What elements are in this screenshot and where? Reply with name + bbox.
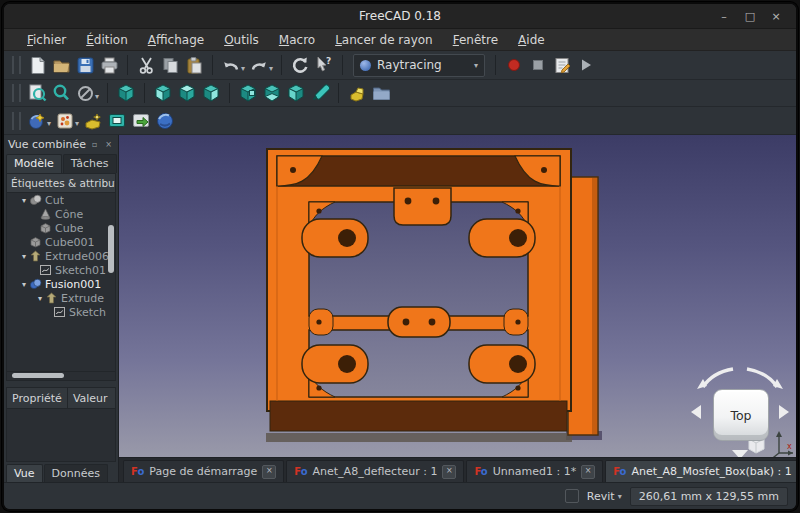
povray-project-icon[interactable]: [25, 109, 49, 133]
view-right-icon[interactable]: [199, 81, 223, 105]
rotate-left-icon[interactable]: [691, 405, 701, 419]
doc-tab-start-page[interactable]: Fo Page de démarrage ×: [123, 460, 284, 482]
tab-close-icon[interactable]: ×: [442, 465, 456, 479]
menu-raytracing[interactable]: Lancer de rayon: [326, 32, 442, 48]
measure-distance-icon[interactable]: [308, 81, 332, 105]
tab-close-icon[interactable]: ×: [581, 465, 595, 479]
draw-style-icon[interactable]: [73, 81, 97, 105]
dock-float-icon[interactable]: ▫: [90, 140, 99, 149]
tree-item-cone[interactable]: Cône: [7, 207, 115, 221]
cad-model-mosfet-box[interactable]: [266, 147, 606, 447]
new-document-icon[interactable]: [25, 53, 49, 77]
maximize-button[interactable]: □: [740, 10, 760, 23]
menu-aide[interactable]: Aide: [509, 32, 554, 48]
group-folder-icon[interactable]: [369, 81, 393, 105]
scrollbar-thumb[interactable]: [12, 373, 64, 378]
combo-view-title-bar[interactable]: Vue combinée ▫ ×: [4, 135, 118, 154]
luxrender-project-caret[interactable]: ▾: [75, 119, 79, 128]
tab-close-icon[interactable]: ×: [262, 465, 276, 479]
povray-project-caret[interactable]: ▾: [47, 119, 51, 128]
expander-icon[interactable]: ▾: [35, 294, 45, 303]
fit-all-icon[interactable]: [25, 81, 49, 105]
view-front-icon[interactable]: [151, 81, 175, 105]
tab-donnees[interactable]: Données: [44, 464, 108, 482]
chevron-down-icon: ▾: [618, 492, 622, 501]
menu-outils[interactable]: Outils: [215, 32, 268, 48]
view-rear-icon[interactable]: [236, 81, 260, 105]
cube-icon: [29, 236, 42, 248]
expander-icon[interactable]: ▾: [19, 252, 29, 261]
macro-execute-icon[interactable]: [574, 53, 598, 77]
menu-edition[interactable]: Édition: [77, 32, 137, 48]
redo-icon[interactable]: [247, 53, 271, 77]
menu-affichage[interactable]: Affichage: [139, 32, 213, 48]
undo-icon[interactable]: [219, 53, 243, 77]
tree-item-cube[interactable]: Cube: [7, 221, 115, 235]
whats-this-icon[interactable]: ?: [312, 53, 336, 77]
luxrender-project-icon[interactable]: [53, 109, 77, 133]
tab-vue[interactable]: Vue: [6, 464, 43, 482]
doc-tab-deflecteur[interactable]: Fo Anet_A8_deflecteur : 1 ×: [286, 460, 464, 482]
viewport-3d[interactable]: Front Top x: [119, 135, 796, 457]
minimize-button[interactable]: –: [714, 10, 734, 23]
tree-item-extrude[interactable]: ▾ Extrude: [7, 291, 115, 305]
draw-style-caret[interactable]: ▾: [95, 92, 99, 101]
tree-item-sketch[interactable]: Sketch: [7, 305, 115, 319]
toolbar-handle[interactable]: [12, 112, 21, 130]
tree-item-cut[interactable]: ▾ Cut: [7, 193, 115, 207]
undo-dropdown-caret[interactable]: ▾: [241, 64, 245, 73]
render-icon[interactable]: [153, 109, 177, 133]
expander-icon[interactable]: ▾: [19, 196, 29, 205]
macro-record-icon[interactable]: [502, 53, 526, 77]
tab-modele[interactable]: Modèle: [6, 154, 62, 173]
rotate-right-icon[interactable]: [779, 405, 789, 419]
reset-camera-icon[interactable]: [105, 109, 129, 133]
view-axonometric-icon[interactable]: [114, 81, 138, 105]
close-button[interactable]: ×: [766, 10, 786, 23]
toolbar-handle[interactable]: [12, 56, 21, 74]
save-icon[interactable]: [73, 53, 97, 77]
rotate-arrows-icon[interactable]: [689, 363, 791, 389]
view-top-icon[interactable]: [175, 81, 199, 105]
expander-icon[interactable]: ▾: [19, 280, 29, 289]
macro-stop-icon[interactable]: [526, 53, 550, 77]
part-icon[interactable]: [345, 81, 369, 105]
doc-tab-mosfet-box[interactable]: Fo Anet_A8_Mosfet_Box(bak) : 1 ×: [605, 460, 798, 482]
property-table-body[interactable]: [6, 409, 116, 462]
cut-icon[interactable]: [134, 53, 158, 77]
open-folder-icon[interactable]: [49, 53, 73, 77]
tree-item-extrude006[interactable]: ▾ Extrude006: [7, 249, 115, 263]
menu-macro[interactable]: Macro: [270, 32, 324, 48]
tree-vertical-scrollbar[interactable]: [108, 225, 114, 273]
tree-item-cube001[interactable]: Cube001: [7, 235, 115, 249]
insert-part-icon[interactable]: [81, 109, 105, 133]
view-left-icon[interactable]: [284, 81, 308, 105]
refresh-icon[interactable]: [288, 53, 312, 77]
print-icon[interactable]: [97, 53, 121, 77]
export-project-icon[interactable]: [129, 109, 153, 133]
workbench-selector[interactable]: Raytracing ▾: [353, 54, 485, 77]
raytracing-workbench-icon: [360, 60, 371, 71]
separator: [281, 55, 282, 75]
navigation-style-selector[interactable]: Revit ▾: [587, 490, 622, 503]
redo-dropdown-caret[interactable]: ▾: [269, 64, 273, 73]
tree-item-fusion001[interactable]: ▾ Fusion001: [7, 277, 115, 291]
tree-item-label: Cube: [55, 222, 83, 235]
tree-item-sketch01[interactable]: Sketch01: [7, 263, 115, 277]
macro-edit-icon[interactable]: [550, 53, 574, 77]
freecad-window: FreeCAD 0.18 – □ × Fichier Édition Affic…: [2, 2, 798, 511]
fit-selection-icon[interactable]: [49, 81, 73, 105]
paste-icon[interactable]: [182, 53, 206, 77]
menu-fenetre[interactable]: Fenêtre: [444, 32, 507, 48]
doc-tab-unnamed1[interactable]: Fo Unnamed1 : 1* ×: [466, 460, 603, 482]
toolbar-handle[interactable]: [12, 84, 21, 102]
property-column: Propriété: [7, 388, 67, 408]
copy-icon[interactable]: [158, 53, 182, 77]
view-bottom-icon[interactable]: [260, 81, 284, 105]
navcube-top-face[interactable]: Top: [713, 389, 769, 441]
tab-close-icon[interactable]: ×: [797, 465, 798, 479]
tree-horizontal-scrollbar[interactable]: [7, 371, 115, 380]
dock-close-icon[interactable]: ×: [103, 140, 114, 149]
menu-fichier[interactable]: Fichier: [18, 32, 75, 48]
tab-taches[interactable]: Tâches: [63, 154, 117, 173]
